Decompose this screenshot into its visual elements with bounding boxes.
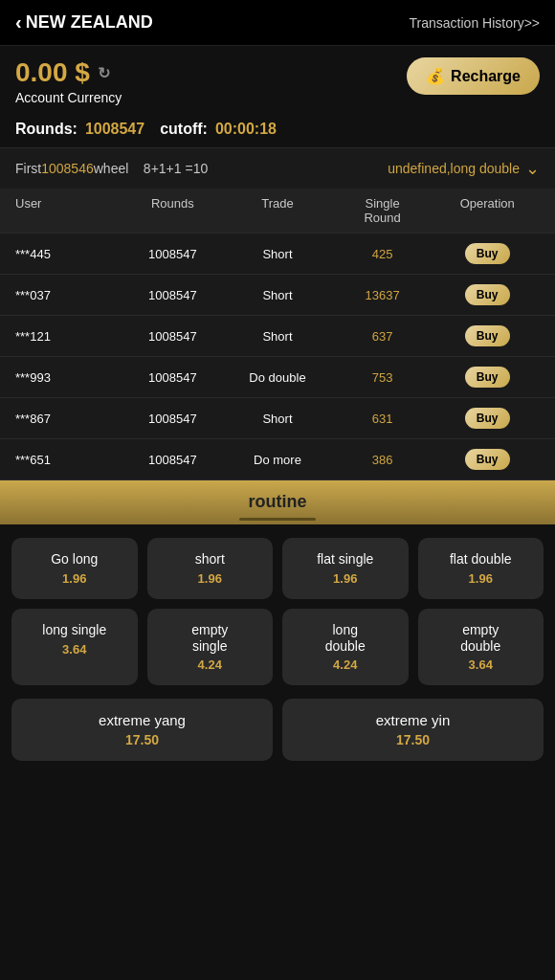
cell-operation: Buy [434, 243, 540, 264]
table-header: User Rounds Trade SingleRound Operation [0, 189, 555, 234]
trade-btn-value: 3.64 [62, 642, 86, 657]
account-currency-label: Account Currency [15, 90, 122, 105]
cell-rounds: 1008547 [121, 453, 226, 467]
cell-operation: Buy [434, 325, 540, 346]
history-link[interactable]: Transaction History>> [410, 15, 540, 31]
rounds-value: 1008547 [85, 121, 144, 138]
col-single-round: SingleRound [330, 196, 435, 225]
table-row: ***867 1008547 Short 631 Buy [0, 398, 555, 439]
cell-trade: Short [225, 288, 330, 302]
dropdown-text: undefined,long double [388, 161, 520, 176]
buy-button[interactable]: Buy [465, 284, 510, 305]
cell-rounds: 1008547 [121, 247, 226, 261]
recharge-bag-icon: 💰 [426, 67, 445, 85]
extreme-btn-value: 17.50 [396, 732, 430, 747]
table-body: ***445 1008547 Short 425 Buy ***037 1008… [0, 234, 555, 480]
chevron-left-icon: ‹ [15, 11, 22, 33]
trade-table: User Rounds Trade SingleRound Operation … [0, 189, 555, 480]
trade-btn-label: Go long [51, 551, 98, 568]
buy-button[interactable]: Buy [465, 449, 510, 470]
info-bar-dropdown[interactable]: undefined,long double ⌄ [388, 158, 540, 179]
trade-button-go-long[interactable]: Go long 1.96 [11, 538, 138, 599]
buy-button[interactable]: Buy [465, 325, 510, 346]
balance-display: 0.00 $ ↻ [15, 57, 122, 88]
trade-btn-label: flat double [450, 551, 512, 568]
cell-user: ***121 [15, 329, 121, 344]
cell-rounds: 1008547 [121, 412, 226, 426]
cell-operation: Buy [434, 284, 540, 305]
routine-underline [239, 518, 316, 521]
cell-trade: Do more [225, 453, 330, 467]
cell-single-round: 386 [330, 453, 435, 467]
trade-btn-label: long single [42, 622, 106, 638]
cell-rounds: 1008547 [121, 370, 226, 385]
buy-button[interactable]: Buy [465, 367, 510, 388]
cell-user: ***445 [15, 247, 121, 261]
buy-button[interactable]: Buy [465, 243, 510, 264]
trade-button-empty-single[interactable]: emptysingle 4.24 [147, 609, 274, 686]
routine-section: routine [0, 480, 555, 524]
trade-button-long-single[interactable]: long single 3.64 [11, 609, 138, 686]
trade-btn-label: flat single [317, 551, 373, 568]
trade-button-empty-double[interactable]: emptydouble 3.64 [418, 609, 544, 686]
back-button[interactable]: ‹ NEW ZEALAND [15, 11, 153, 33]
cell-single-round: 753 [330, 370, 435, 385]
recharge-label: Recharge [451, 68, 521, 85]
trade-button-flat-double[interactable]: flat double 1.96 [418, 538, 544, 599]
cell-user: ***037 [15, 288, 121, 302]
col-rounds: Rounds [121, 196, 226, 225]
trade-btn-label: longdouble [325, 622, 366, 655]
trade-button-long-double[interactable]: longdouble 4.24 [282, 609, 409, 686]
extreme-button-extreme-yin[interactable]: extreme yin 17.50 [282, 699, 544, 761]
trade-btn-value: 1.96 [469, 571, 493, 586]
refresh-icon[interactable]: ↻ [98, 64, 110, 82]
buy-button[interactable]: Buy [465, 408, 510, 429]
cell-trade: Short [225, 329, 330, 344]
trade-button-short[interactable]: short 1.96 [147, 538, 274, 599]
trade-btn-value: 1.96 [333, 571, 357, 586]
cell-rounds: 1008547 [121, 288, 226, 302]
col-trade: Trade [225, 196, 330, 225]
trade-btn-value: 4.24 [333, 657, 357, 672]
rounds-section: Rounds: 1008547 cutoff: 00:00:18 [0, 113, 555, 147]
trade-btn-label: emptysingle [191, 622, 228, 655]
extreme-btn-label: extreme yin [376, 712, 451, 728]
header-title: NEW ZEALAND [26, 12, 153, 33]
cell-trade: Do double [225, 370, 330, 385]
cell-single-round: 425 [330, 247, 435, 261]
chevron-down-icon: ⌄ [525, 158, 540, 179]
trade-btn-value: 1.96 [62, 571, 86, 586]
col-operation: Operation [434, 196, 540, 225]
cell-user: ***651 [15, 453, 121, 467]
cell-single-round: 631 [330, 412, 435, 426]
trade-btn-value: 3.64 [469, 657, 493, 672]
extreme-buttons: extreme yang 17.50 extreme yin 17.50 [0, 699, 555, 776]
cell-rounds: 1008547 [121, 329, 226, 344]
cell-operation: Buy [434, 367, 540, 388]
cell-trade: Short [225, 247, 330, 261]
trade-btn-label: short [195, 551, 225, 568]
account-info: 0.00 $ ↻ Account Currency [15, 57, 122, 105]
cutoff-label: cutoff: [160, 121, 208, 138]
trade-btn-label: emptydouble [460, 622, 500, 655]
table-row: ***651 1008547 Do more 386 Buy [0, 439, 555, 480]
cell-operation: Buy [434, 408, 540, 429]
cell-single-round: 13637 [330, 288, 435, 302]
trade-buttons-grid: Go long 1.96 short 1.96 flat single 1.96… [0, 524, 555, 699]
table-row: ***037 1008547 Short 13637 Buy [0, 275, 555, 316]
cell-trade: Short [225, 412, 330, 426]
trade-button-flat-single[interactable]: flat single 1.96 [282, 538, 409, 599]
recharge-button[interactable]: 💰 Recharge [407, 57, 540, 95]
cell-user: ***993 [15, 370, 121, 385]
cell-user: ***867 [15, 412, 121, 426]
trade-btn-value: 1.96 [198, 571, 222, 586]
table-row: ***445 1008547 Short 425 Buy [0, 234, 555, 275]
header: ‹ NEW ZEALAND Transaction History>> [0, 0, 555, 46]
extreme-button-extreme-yang[interactable]: extreme yang 17.50 [11, 699, 273, 761]
cutoff-value: 00:00:18 [215, 121, 277, 138]
extreme-btn-value: 17.50 [125, 732, 159, 747]
rounds-label: Rounds: [15, 121, 78, 138]
col-user: User [15, 196, 121, 225]
info-bar: First1008546wheel 8+1+1 =10 undefined,lo… [0, 147, 555, 189]
trade-btn-value: 4.24 [198, 657, 222, 672]
